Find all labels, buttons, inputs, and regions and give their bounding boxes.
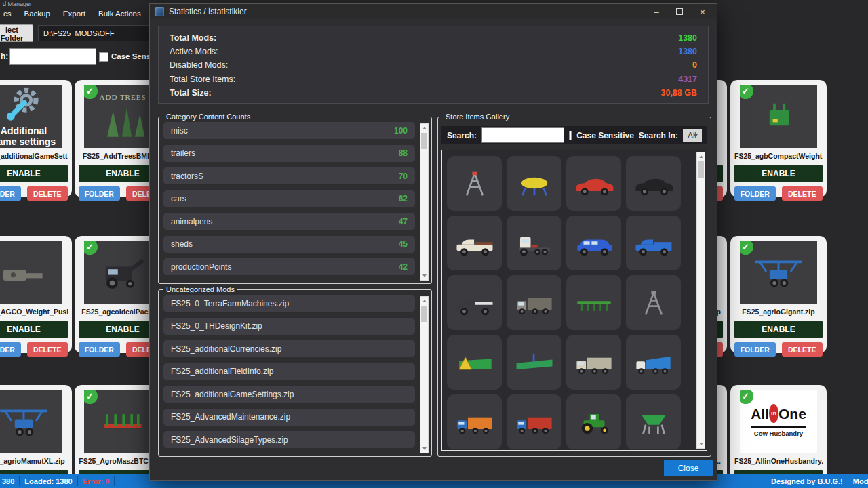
- store-item-tile[interactable]: [626, 394, 681, 449]
- menu-item-backup[interactable]: Backup: [24, 9, 50, 18]
- store-item-tile[interactable]: [626, 335, 681, 390]
- store-item-tile[interactable]: [566, 216, 621, 270]
- stat-value: 30,88 GB: [660, 88, 697, 98]
- close-window-button[interactable]: ×: [691, 4, 714, 19]
- store-item-tile[interactable]: [626, 156, 681, 211]
- mod-thumbnail: Additionalgame settings×: [0, 85, 62, 148]
- status-item: Error: 0: [83, 477, 110, 485]
- folder-button[interactable]: FOLDER: [0, 342, 21, 357]
- enable-button[interactable]: ENABLE: [0, 165, 68, 182]
- uncategorized-mod-row[interactable]: FS25_AdvancedMaintenance.zip: [163, 409, 415, 426]
- mod-filename: FS25_agrioGigant.zip: [734, 308, 823, 317]
- category-row[interactable]: sheds45: [163, 236, 415, 253]
- enabled-check-icon: ✓: [84, 241, 98, 255]
- category-row[interactable]: trailers88: [163, 145, 415, 162]
- maximize-button[interactable]: [668, 4, 691, 19]
- enable-button[interactable]: ENABLE: [734, 321, 823, 338]
- store-items-gallery-title: Store Items Gallery: [443, 113, 512, 121]
- mod-thumbnail: ✓: [0, 390, 62, 453]
- uncategorized-mod-row[interactable]: FS25_0_TerraFarmMachines.zip: [163, 295, 415, 312]
- mod-thumbnail: ✓: [740, 241, 817, 304]
- enable-button[interactable]: ENABLE: [0, 321, 68, 338]
- enable-button[interactable]: ENABLE: [734, 165, 823, 182]
- uncategorized-mod-row[interactable]: FS25_0_THDesignKit.zip: [163, 318, 415, 335]
- store-item-tile[interactable]: [447, 156, 502, 211]
- folder-button[interactable]: FOLDER: [0, 186, 21, 201]
- mod-filename: FS25_additionalCurrencies.zip: [171, 344, 281, 354]
- store-item-tile[interactable]: [626, 216, 681, 270]
- menu-item-cs[interactable]: cs: [3, 9, 12, 18]
- store-item-tile[interactable]: [447, 275, 502, 330]
- gallery-search-row: Search: Case Sensitive Search In: All: [441, 126, 707, 144]
- store-item-tile[interactable]: [507, 216, 561, 270]
- category-name: tractorsS: [171, 171, 203, 181]
- store-item-tile[interactable]: [566, 394, 621, 449]
- category-row[interactable]: animalpens47: [163, 213, 415, 230]
- category-row[interactable]: tractorsS70: [163, 167, 415, 184]
- delete-button[interactable]: DELETE: [782, 186, 823, 201]
- store-item-tile[interactable]: [507, 156, 561, 211]
- scrollbar[interactable]: [696, 152, 705, 449]
- statistics-dialog: Statistics / İstatistikler – × Total Mod…: [149, 3, 717, 481]
- delete-button[interactable]: DELETE: [27, 342, 68, 357]
- category-name: productionPoints: [171, 262, 231, 272]
- status-item: Mod Version: v: [853, 477, 868, 485]
- store-item-tile[interactable]: [626, 275, 681, 330]
- search-input[interactable]: [9, 48, 96, 65]
- dialog-titlebar[interactable]: Statistics / İstatistikler – ×: [150, 4, 717, 19]
- case-sensitive-checkbox[interactable]: [99, 52, 108, 62]
- folder-button[interactable]: FOLDER: [79, 342, 120, 357]
- search-label: h:: [1, 52, 8, 61]
- delete-button[interactable]: DELETE: [782, 342, 823, 357]
- category-count: 47: [399, 217, 408, 226]
- store-item-tile[interactable]: [566, 156, 621, 211]
- enabled-check-icon: ✓: [84, 85, 98, 99]
- minimize-button[interactable]: –: [645, 4, 668, 19]
- gallery-search-input[interactable]: [481, 127, 564, 143]
- category-row[interactable]: misc100: [163, 122, 415, 139]
- store-item-tile[interactable]: [447, 216, 502, 270]
- folder-button[interactable]: FOLDER: [734, 186, 776, 201]
- status-separator: [77, 476, 78, 486]
- stats-panel: Total Mods:1380Active Mods:1380Disabled …: [158, 26, 709, 104]
- store-item-tile[interactable]: [566, 335, 621, 390]
- category-row[interactable]: cars62: [163, 190, 415, 207]
- status-right: Designed by B.U.G.!Mod Version: v: [771, 474, 868, 488]
- mod-filename: FS25_0_TerraFarmMachines.zip: [171, 299, 289, 308]
- uncategorized-mod-row[interactable]: FS25_additionalGameSettings.zip: [163, 386, 415, 403]
- stat-value: 0: [692, 60, 697, 70]
- delete-button[interactable]: DELETE: [27, 186, 68, 201]
- folder-button[interactable]: FOLDER: [79, 186, 120, 201]
- mods-folder-path[interactable]: D:\FS25_MODS\OFF: [38, 25, 157, 41]
- gallery-case-sensitive-checkbox[interactable]: [569, 131, 572, 140]
- store-item-tile[interactable]: [507, 275, 561, 330]
- category-count: 100: [394, 126, 408, 136]
- folder-button[interactable]: FOLDER: [734, 342, 776, 357]
- category-count: 62: [399, 194, 408, 203]
- store-item-tile[interactable]: [447, 335, 502, 390]
- mod-filename: FS25_AdvancedMaintenance.zip: [171, 412, 290, 422]
- category-name: sheds: [171, 239, 193, 249]
- select-folder-button[interactable]: lect Folder: [0, 24, 33, 42]
- uncategorized-mod-row[interactable]: FS25_additionalFieldInfo.zip: [163, 363, 415, 380]
- scrollbar[interactable]: [420, 296, 429, 453]
- store-item-tile[interactable]: [447, 394, 502, 449]
- store-item-tile[interactable]: [566, 275, 621, 330]
- stat-value: 1380: [678, 47, 697, 56]
- menu-item-export[interactable]: Export: [63, 9, 85, 18]
- category-count: 45: [399, 239, 408, 249]
- stat-row: Total Mods:1380: [170, 31, 697, 45]
- close-button[interactable]: Close: [664, 460, 713, 476]
- scrollbar[interactable]: [420, 123, 429, 281]
- stat-label: Disabled Mods:: [170, 60, 228, 70]
- search-in-dropdown[interactable]: All: [683, 129, 702, 142]
- category-row[interactable]: productionPoints42: [163, 258, 415, 275]
- stat-label: Total Store Items:: [170, 75, 235, 84]
- uncategorized-mod-row[interactable]: FS25_additionalCurrencies.zip: [163, 340, 415, 357]
- uncategorized-mod-row[interactable]: FS25_AdvancedSilageTypes.zip: [163, 431, 415, 448]
- status-separator: [848, 476, 848, 486]
- store-item-tile[interactable]: [507, 394, 561, 449]
- store-item-tile[interactable]: [507, 335, 561, 390]
- menu-item-bulk-actions[interactable]: Bulk Actions: [98, 9, 141, 18]
- status-item: 380: [2, 477, 14, 485]
